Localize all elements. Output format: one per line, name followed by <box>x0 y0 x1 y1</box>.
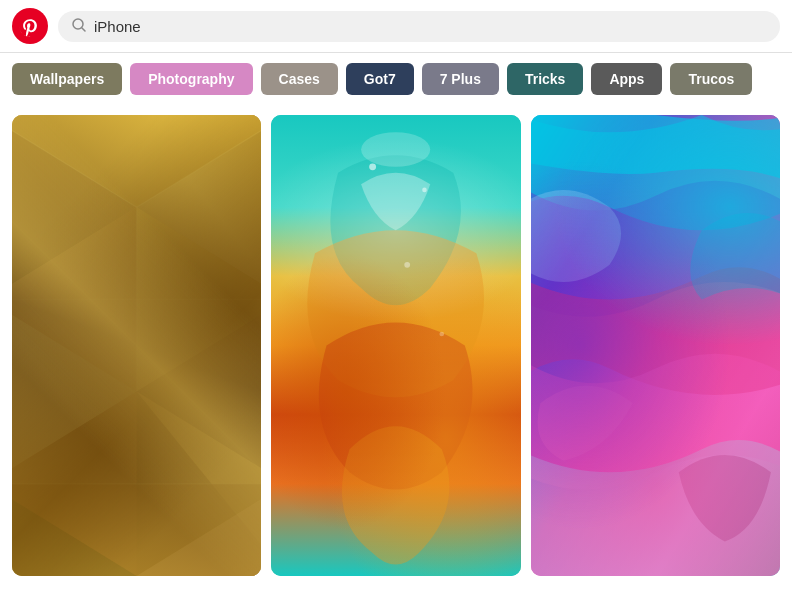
svg-marker-14 <box>12 484 137 576</box>
svg-marker-4 <box>12 115 137 299</box>
image-grid <box>0 105 792 586</box>
svg-line-2 <box>82 28 85 31</box>
grid-col-3 <box>531 115 780 576</box>
svg-marker-12 <box>12 115 261 207</box>
svg-line-16 <box>12 115 137 207</box>
svg-marker-13 <box>12 484 261 576</box>
filter-photography[interactable]: Photography <box>130 63 252 95</box>
card-gold-polygon[interactable] <box>12 115 261 576</box>
grid-col-2 <box>271 115 520 576</box>
filter-pills: Wallpapers Photography Cases Got7 7 Plus… <box>0 53 792 105</box>
filter-cases[interactable]: Cases <box>261 63 338 95</box>
svg-marker-9 <box>137 299 262 483</box>
svg-line-17 <box>137 115 262 207</box>
card-swirl-art[interactable] <box>531 115 780 576</box>
svg-marker-7 <box>137 207 262 391</box>
svg-point-22 <box>361 132 430 167</box>
filter-tricks[interactable]: Tricks <box>507 63 583 95</box>
grid-col-1 <box>12 115 261 576</box>
filter-trucos[interactable]: Trucos <box>670 63 752 95</box>
svg-marker-5 <box>137 115 262 299</box>
svg-rect-27 <box>531 115 780 576</box>
pinterest-logo[interactable] <box>12 8 48 44</box>
svg-point-25 <box>405 262 411 268</box>
svg-point-26 <box>440 332 445 337</box>
filter-7plus[interactable]: 7 Plus <box>422 63 499 95</box>
search-input[interactable] <box>94 18 766 35</box>
card-liquid-art[interactable] <box>271 115 520 576</box>
svg-marker-10 <box>12 392 137 576</box>
svg-point-23 <box>369 163 376 170</box>
svg-marker-11 <box>137 392 262 576</box>
svg-point-24 <box>422 188 427 193</box>
svg-marker-15 <box>137 484 262 576</box>
header <box>0 0 792 53</box>
filter-got7[interactable]: Got7 <box>346 63 414 95</box>
svg-rect-21 <box>271 115 520 576</box>
search-bar[interactable] <box>58 11 780 42</box>
svg-marker-6 <box>12 207 137 391</box>
search-icon <box>72 18 86 35</box>
filter-wallpapers[interactable]: Wallpapers <box>12 63 122 95</box>
filter-apps[interactable]: Apps <box>591 63 662 95</box>
svg-rect-3 <box>12 115 261 576</box>
svg-marker-8 <box>12 299 137 483</box>
